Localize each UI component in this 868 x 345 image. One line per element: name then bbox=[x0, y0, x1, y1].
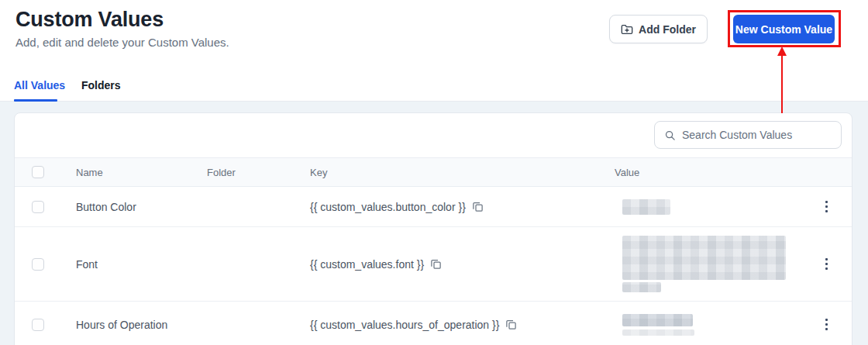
redacted-value bbox=[622, 282, 661, 292]
row-name: Button Color bbox=[76, 201, 207, 213]
copy-icon[interactable] bbox=[505, 319, 517, 330]
row-checkbox[interactable] bbox=[32, 258, 44, 271]
add-folder-label: Add Folder bbox=[639, 23, 696, 36]
kebab-menu-icon[interactable] bbox=[819, 316, 833, 333]
copy-icon[interactable] bbox=[472, 201, 484, 212]
redacted-value bbox=[622, 236, 786, 280]
redacted-value bbox=[622, 199, 670, 215]
search-custom-values-box bbox=[654, 121, 842, 149]
column-header-key: Key bbox=[310, 167, 615, 178]
column-header-name: Name bbox=[76, 167, 207, 178]
table-row-font: Font {{ custom_values.font }} bbox=[15, 227, 852, 302]
table-row-hours-of-operation: Hours of Operation {{ custom_values.hour… bbox=[15, 302, 852, 345]
search-icon bbox=[664, 129, 676, 141]
tab-folders[interactable]: Folders bbox=[81, 79, 121, 91]
page-title: Custom Values bbox=[16, 8, 164, 32]
row-name: Font bbox=[76, 258, 207, 271]
row-key: {{ custom_values.hours_of_operation }} bbox=[310, 319, 499, 331]
row-checkbox[interactable] bbox=[32, 201, 44, 213]
copy-icon[interactable] bbox=[430, 258, 442, 270]
add-folder-button[interactable]: Add Folder bbox=[609, 15, 708, 43]
kebab-menu-icon[interactable] bbox=[819, 256, 833, 273]
row-checkbox[interactable] bbox=[32, 319, 44, 331]
tab-all-values[interactable]: All Values bbox=[14, 79, 65, 91]
select-all-checkbox[interactable] bbox=[32, 166, 44, 178]
custom-values-page: Custom Values Add, edit and delete your … bbox=[0, 0, 868, 345]
table-header-row: Name Folder Key Value bbox=[15, 157, 852, 187]
column-header-folder: Folder bbox=[207, 167, 310, 178]
new-custom-value-button[interactable]: New Custom Value bbox=[733, 15, 835, 43]
row-key: {{ custom_values.button_color }} bbox=[310, 201, 466, 213]
kebab-menu-icon[interactable] bbox=[819, 198, 833, 216]
table-row-button-color: Button Color {{ custom_values.button_col… bbox=[15, 187, 852, 227]
folder-plus-icon bbox=[621, 23, 633, 36]
column-header-value: Value bbox=[615, 167, 810, 178]
table-body: Button Color {{ custom_values.button_col… bbox=[15, 187, 852, 345]
page-header: Custom Values Add, edit and delete your … bbox=[0, 0, 868, 102]
redacted-value bbox=[622, 329, 694, 336]
row-name: Hours of Operation bbox=[76, 319, 207, 331]
custom-values-card: Name Folder Key Value Button Color {{ cu… bbox=[14, 112, 852, 345]
redacted-value bbox=[622, 314, 693, 326]
search-input[interactable] bbox=[682, 129, 832, 141]
row-key: {{ custom_values.font }} bbox=[310, 258, 424, 271]
active-tab-underline bbox=[14, 99, 57, 102]
page-subtitle: Add, edit and delete your Custom Values. bbox=[16, 36, 229, 49]
